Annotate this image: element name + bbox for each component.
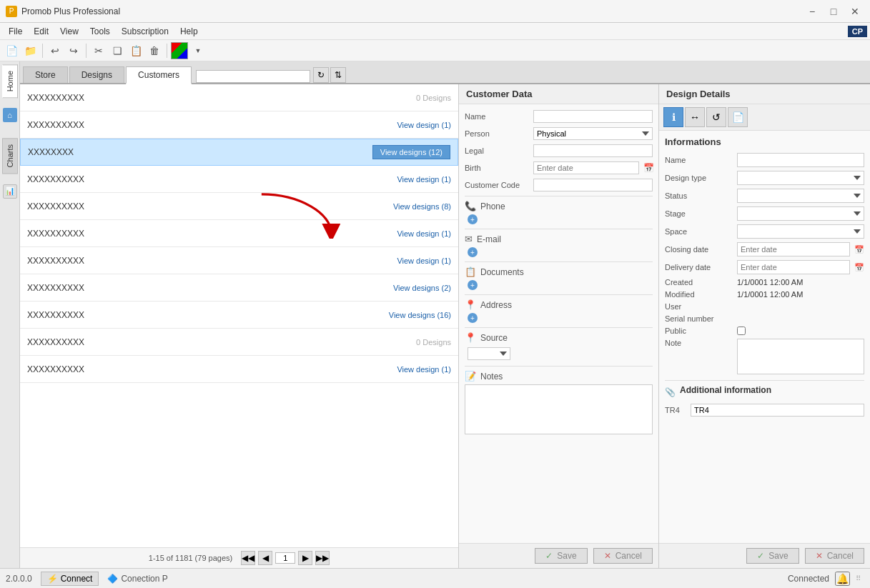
- design-tab-share-btn[interactable]: ↔: [685, 107, 705, 127]
- customer-data-body: Name Person Physical Legal Legal: [459, 104, 658, 543]
- content-area: Store Designs Customers ↻ ⇅ XXXXXXXXXX 0…: [20, 61, 870, 568]
- list-item[interactable]: XXXXXXXXXX View design (1): [20, 111, 458, 139]
- tb-redo-btn[interactable]: ↪: [65, 42, 82, 59]
- tb-open-btn[interactable]: 📁: [21, 42, 39, 59]
- tab-designs[interactable]: Designs: [69, 66, 124, 83]
- notes-textarea[interactable]: [465, 384, 653, 434]
- customer-code-input[interactable]: [533, 179, 653, 191]
- customer-link[interactable]: View design (1): [397, 365, 451, 374]
- menu-help[interactable]: Help: [174, 25, 204, 38]
- menu-view[interactable]: View: [54, 25, 84, 38]
- serial-number-label: Serial number: [665, 314, 733, 323]
- list-item[interactable]: XXXXXXXXXX 0 Designs: [20, 84, 458, 111]
- cp-badge: CP: [848, 26, 867, 37]
- tb-new-btn[interactable]: 📄: [3, 42, 20, 59]
- customer-search-input[interactable]: [196, 70, 310, 83]
- design-save-btn[interactable]: ✓ Save: [746, 548, 799, 564]
- app-title: Promob Plus Professional: [21, 6, 799, 16]
- list-item[interactable]: XXXXXXXXXX View designs (8): [20, 193, 458, 220]
- birth-calendar-icon[interactable]: 📅: [643, 163, 654, 173]
- sidebar-home-icon[interactable]: ⌂: [3, 108, 17, 122]
- design-name-input[interactable]: [737, 153, 864, 167]
- list-item[interactable]: XXXXXXXXXX 0 Designs: [20, 329, 458, 356]
- refresh-btn[interactable]: ↻: [313, 67, 329, 83]
- design-cancel-btn[interactable]: ✕ Cancel: [805, 548, 864, 564]
- list-item[interactable]: XXXXXXXXXX View design (1): [20, 166, 458, 193]
- status-select[interactable]: [737, 189, 864, 203]
- design-tab-info-btn[interactable]: ℹ: [663, 107, 683, 127]
- list-item[interactable]: XXXXXXXXXX View designs (2): [20, 274, 458, 302]
- sidebar-tab-charts[interactable]: Charts: [2, 138, 18, 174]
- phone-add-btn[interactable]: +: [468, 214, 478, 224]
- sidebar-tab-home[interactable]: Home: [2, 64, 18, 98]
- sidebar-charts-icon[interactable]: 📊: [3, 184, 17, 199]
- tb-color-arrow-btn[interactable]: ▼: [189, 42, 207, 59]
- stage-select[interactable]: [737, 206, 864, 221]
- documents-add-btn[interactable]: +: [468, 280, 478, 290]
- page-next-btn[interactable]: ▶: [298, 551, 312, 565]
- design-type-row: Design type: [665, 171, 864, 185]
- tb-delete-btn[interactable]: 🗑: [146, 42, 163, 59]
- menu-edit[interactable]: Edit: [28, 25, 54, 38]
- name-input[interactable]: [533, 110, 653, 123]
- email-add-btn[interactable]: +: [468, 247, 478, 257]
- list-item[interactable]: XXXXXXXXXX View design (1): [20, 247, 458, 274]
- customer-link[interactable]: View design (1): [397, 256, 451, 265]
- menu-subscription[interactable]: Subscription: [116, 25, 174, 38]
- tb-undo-btn[interactable]: ↩: [46, 42, 64, 59]
- maximize-button[interactable]: □: [824, 4, 843, 19]
- legal-input[interactable]: [533, 144, 653, 157]
- list-item-selected[interactable]: XXXXXXXX View designs (12): [20, 139, 458, 166]
- address-add-btn[interactable]: +: [468, 313, 478, 323]
- note-textarea[interactable]: [737, 339, 864, 374]
- minimize-button[interactable]: −: [803, 4, 821, 19]
- tab-customers[interactable]: Customers: [126, 66, 192, 84]
- customer-name: XXXXXXXXXX: [27, 174, 397, 184]
- customer-link[interactable]: View design (1): [397, 175, 451, 184]
- resize-corner[interactable]: ⠿: [856, 574, 864, 583]
- tab-store[interactable]: Store: [23, 66, 68, 83]
- page-prev-btn[interactable]: ◀: [258, 551, 272, 565]
- delivery-date-input[interactable]: [737, 260, 850, 274]
- page-number-input[interactable]: [275, 552, 295, 564]
- tb-color-picker[interactable]: [171, 42, 188, 59]
- design-tab-document-btn[interactable]: 📄: [728, 107, 748, 127]
- created-row: Created 1/1/0001 12:00 AM: [665, 278, 864, 286]
- customer-save-btn[interactable]: ✓ Save: [535, 548, 587, 564]
- source-select[interactable]: [468, 347, 510, 360]
- space-select[interactable]: [737, 224, 864, 239]
- customer-save-label: Save: [557, 551, 576, 561]
- closing-date-input[interactable]: [737, 242, 850, 256]
- birth-input[interactable]: [533, 161, 639, 174]
- person-select[interactable]: Physical Legal: [533, 127, 653, 140]
- tb-paste-btn[interactable]: 📋: [127, 42, 144, 59]
- menu-tools[interactable]: Tools: [84, 25, 116, 38]
- sort-btn[interactable]: ⇅: [330, 67, 346, 83]
- customer-link[interactable]: View designs (8): [393, 202, 451, 211]
- design-type-select[interactable]: [737, 171, 864, 185]
- informations-title: Informations: [665, 136, 864, 147]
- customer-cancel-btn[interactable]: ✕ Cancel: [593, 548, 653, 564]
- customer-link[interactable]: View designs (2): [393, 284, 451, 292]
- list-item[interactable]: XXXXXXXXXX View design (1): [20, 220, 458, 247]
- customer-link-button[interactable]: View designs (12): [372, 145, 450, 159]
- connect-button[interactable]: ⚡ Connect: [41, 572, 99, 586]
- bell-button[interactable]: 🔔: [835, 572, 850, 586]
- tb-copy-btn[interactable]: ❏: [109, 42, 126, 59]
- menu-file[interactable]: File: [3, 25, 28, 38]
- list-item[interactable]: XXXXXXXXXX View designs (16): [20, 302, 458, 329]
- page-first-btn[interactable]: ◀◀: [241, 551, 255, 565]
- page-last-btn[interactable]: ▶▶: [315, 551, 330, 565]
- public-checkbox[interactable]: [737, 327, 746, 335]
- delivery-date-icon[interactable]: 📅: [854, 263, 864, 272]
- customer-link[interactable]: View designs (16): [389, 311, 451, 319]
- customer-link[interactable]: View design (1): [397, 121, 451, 129]
- tb-cut-btn[interactable]: ✂: [90, 42, 107, 59]
- close-button[interactable]: ✕: [846, 4, 864, 19]
- phone-section-header: 📞 Phone: [465, 201, 653, 211]
- list-item[interactable]: XXXXXXXXXX View design (1): [20, 356, 458, 383]
- design-tab-restore-btn[interactable]: ↺: [706, 107, 726, 127]
- customer-link[interactable]: View design (1): [397, 229, 451, 238]
- tr4-input[interactable]: [691, 404, 864, 417]
- closing-date-icon[interactable]: 📅: [854, 245, 864, 254]
